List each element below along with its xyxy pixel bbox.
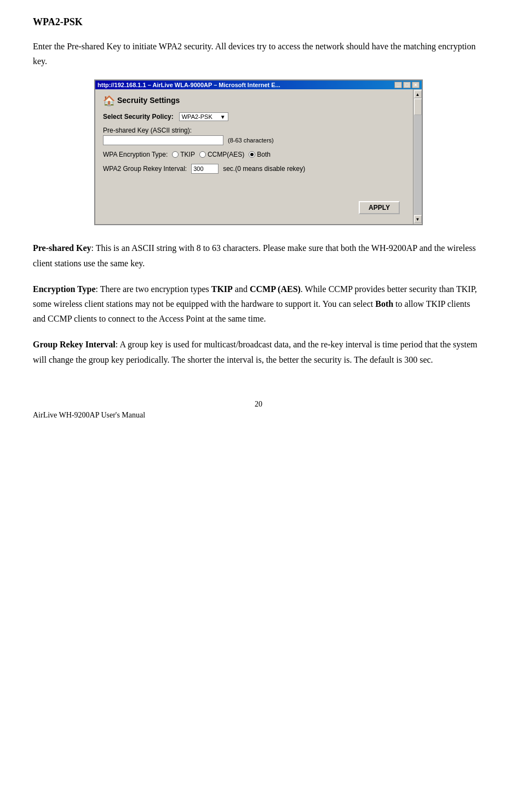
encryption-paragraph: Encryption Type: There are two encryptio… <box>33 282 484 327</box>
apply-row: APPLY <box>103 179 405 219</box>
select-value: WPA2-PSK <box>182 113 212 120</box>
preshared-hint: (8-63 characters) <box>228 137 274 144</box>
preshared-label: Pre-shared Key (ASCII string): <box>103 127 405 134</box>
policy-label: Select Security Policy: <box>103 113 174 121</box>
radio-both-label: Both <box>257 151 271 158</box>
preshared-section: Pre-shared Key (ASCII string): (8-63 cha… <box>103 127 405 145</box>
scrollbar[interactable]: ▲ ▼ <box>413 89 422 224</box>
rekey-hint: sec.(0 means disable rekey) <box>223 165 305 173</box>
page-number: 20 <box>33 400 484 409</box>
encryption-and: and <box>233 284 250 294</box>
scroll-thumb[interactable] <box>414 99 422 115</box>
encryption-text1: : There are two encryption types <box>96 284 211 294</box>
maximize-button[interactable]: □ <box>403 82 411 88</box>
radio-ccmp-btn[interactable] <box>199 151 206 158</box>
screenshot-figure: http://192.168.1.1 – AirLive WLA-9000AP … <box>33 79 484 225</box>
rekey-input[interactable] <box>191 164 219 174</box>
apply-button[interactable]: APPLY <box>359 201 400 214</box>
security-title: Secruity Settings <box>117 96 180 105</box>
scroll-up-arrow[interactable]: ▲ <box>414 90 422 98</box>
pre-shared-term: Pre-shared Key <box>33 243 91 253</box>
radio-ccmp-label: CCMP(AES) <box>208 151 244 158</box>
radio-ccmp[interactable]: CCMP(AES) <box>199 151 244 158</box>
security-header: 🏠 Secruity Settings <box>103 95 405 106</box>
title-bar: http://192.168.1.1 – AirLive WLA-9000AP … <box>95 81 422 89</box>
browser-title: http://192.168.1.1 – AirLive WLA-9000AP … <box>97 82 280 88</box>
pre-shared-text: : This is an ASCII string with 8 to 63 c… <box>33 243 476 267</box>
security-policy-select[interactable]: WPA2-PSK ▼ <box>179 112 228 121</box>
rekey-row: WPA2 Group Rekey Interval: sec.(0 means … <box>103 164 405 174</box>
scroll-down-arrow[interactable]: ▼ <box>414 215 422 223</box>
radio-tkip-btn[interactable] <box>172 151 179 158</box>
minimize-button[interactable]: _ <box>394 82 402 88</box>
close-button[interactable]: × <box>412 82 420 88</box>
intro-paragraph: Enter the Pre-shared Key to initiate WPA… <box>33 39 484 68</box>
pre-shared-paragraph: Pre-shared Key: This is an ASCII string … <box>33 241 484 270</box>
tkip-bold: TKIP <box>211 284 233 294</box>
browser-window: http://192.168.1.1 – AirLive WLA-9000AP … <box>94 79 423 225</box>
radio-tkip[interactable]: TKIP <box>172 151 195 158</box>
group-rekey-term: Group Rekey Interval <box>33 340 116 349</box>
radio-both[interactable]: Both <box>249 151 271 158</box>
group-rekey-paragraph: Group Rekey Interval: A group key is use… <box>33 337 484 367</box>
preshared-key-input[interactable] <box>103 135 223 145</box>
encryption-row: WPA Encryption Type: TKIP CCMP(AES) Both <box>103 151 405 158</box>
select-arrow-icon: ▼ <box>220 114 226 120</box>
radio-both-btn[interactable] <box>249 151 255 158</box>
manual-footer: AirLive WH-9200AP User's Manual <box>33 411 484 420</box>
encryption-label: WPA Encryption Type: <box>103 151 168 158</box>
encryption-term: Encryption Type <box>33 284 96 294</box>
both-bold: Both <box>375 299 393 308</box>
page-title: WPA2-PSK <box>33 16 484 28</box>
scroll-track <box>414 99 422 215</box>
policy-row: Select Security Policy: WPA2-PSK ▼ <box>103 112 405 121</box>
radio-tkip-label: TKIP <box>180 151 195 158</box>
ccmp-bold: CCMP (AES) <box>250 284 301 294</box>
rekey-label: WPA2 Group Rekey Interval: <box>103 165 187 173</box>
home-icon: 🏠 <box>103 95 114 106</box>
